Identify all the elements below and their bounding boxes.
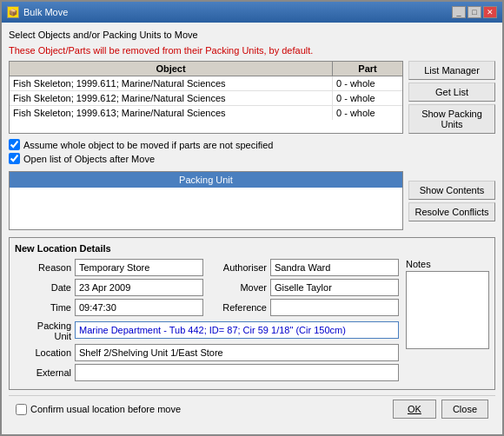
confirm-checkbox-row: Confirm usual location before move [16, 404, 181, 415]
right-buttons-top: List Manager Get List Show Packing Units [408, 61, 495, 134]
external-input[interactable] [75, 364, 399, 381]
mover-row: Mover [210, 279, 399, 296]
footer-left: Confirm usual location before move [16, 404, 388, 415]
reference-col: Reference [210, 299, 399, 319]
title-bar-controls: _ □ ✕ [452, 6, 497, 18]
packing-unit-rows [10, 188, 402, 229]
time-input[interactable] [75, 299, 203, 316]
mover-label: Mover [210, 282, 267, 293]
confirm-location-checkbox[interactable] [16, 404, 27, 415]
table-row[interactable]: Fish Skeleton; 1999.612; Marine/Natural … [10, 91, 402, 106]
main-content: Select Objects and/or Packing Units to M… [2, 23, 502, 434]
form-inner: Reason Authoriser [15, 259, 489, 384]
warning-text: These Object/Parts will be removed from … [9, 45, 495, 56]
col-object-header: Object [10, 62, 333, 76]
open-list-checkbox[interactable] [9, 153, 20, 164]
close-button[interactable]: Close [441, 400, 488, 419]
authoriser-col: Authoriser [210, 259, 399, 279]
footer: Confirm usual location before move OK Cl… [9, 395, 495, 422]
title-bar: 📦 Bulk Move _ □ ✕ [2, 2, 502, 23]
date-col: Date [15, 279, 203, 299]
cell-object-2: Fish Skeleton; 1999.612; Marine/Natural … [10, 91, 333, 105]
packing-unit-header: Packing Unit [10, 172, 402, 188]
new-location-section: New Location Details Reason A [9, 237, 495, 390]
reference-input[interactable] [270, 299, 399, 316]
objects-area: Object Part Fish Skeleton; 1999.611; Mar… [9, 61, 495, 134]
date-row: Date [15, 279, 203, 296]
date-label: Date [15, 282, 71, 293]
external-row: External [15, 364, 399, 381]
notes-label: Notes [406, 259, 431, 269]
row-date-mover: Date Mover [15, 279, 399, 299]
ok-button[interactable]: OK [393, 400, 436, 419]
bulk-move-window: 📦 Bulk Move _ □ ✕ Select Objects and/or … [0, 0, 504, 436]
external-label: External [15, 367, 71, 378]
location-row: Location [15, 344, 399, 361]
packing-unit-area: Packing Unit Show Contents Resolve Confl… [9, 171, 495, 230]
authoriser-label: Authoriser [210, 262, 267, 273]
cell-part-1: 0 - whole [333, 76, 402, 90]
title-bar-left: 📦 Bulk Move [7, 6, 68, 18]
reference-row: Reference [210, 299, 399, 316]
new-location-title: New Location Details [15, 243, 489, 254]
window-close-button[interactable]: ✕ [483, 6, 497, 18]
show-contents-button[interactable]: Show Contents [408, 181, 495, 200]
cell-part-2: 0 - whole [333, 91, 402, 105]
list-manager-button[interactable]: List Manager [408, 61, 495, 80]
time-label: Time [15, 302, 71, 313]
instruction-text: Select Objects and/or Packing Units to M… [9, 30, 495, 40]
time-col: Time [15, 299, 203, 319]
table-header: Object Part [10, 62, 402, 76]
location-input[interactable] [75, 344, 399, 361]
row-time-reference: Time Reference [15, 299, 399, 319]
table-row[interactable]: Fish Skeleton; 1999.611; Marine/Natural … [10, 76, 402, 91]
checkboxes-area: Assume whole object to be moved if parts… [9, 139, 495, 164]
time-row: Time [15, 299, 203, 316]
reason-row: Reason [15, 259, 203, 276]
packing-unit-table: Packing Unit [9, 171, 403, 230]
window-title: Bulk Move [23, 7, 68, 17]
open-list-label: Open list of Objects after Move [23, 154, 155, 164]
reason-col: Reason [15, 259, 203, 279]
show-packing-units-button[interactable]: Show Packing Units [408, 104, 495, 134]
packing-unit-input[interactable] [75, 321, 399, 339]
date-input[interactable] [75, 279, 203, 296]
form-right: Notes [406, 259, 489, 384]
cell-object-3: Fish Skeleton; 1999.613; Marine/Natural … [10, 106, 333, 120]
get-list-button[interactable]: Get List [408, 83, 495, 102]
row-reason-authoriser: Reason Authoriser [15, 259, 399, 279]
mover-input[interactable] [270, 279, 399, 296]
right-buttons-packing: Show Contents Resolve Conflicts [408, 171, 495, 230]
packing-unit-row: PackingUnit [15, 319, 399, 341]
mover-col: Mover [210, 279, 399, 299]
assume-whole-row: Assume whole object to be moved if parts… [9, 139, 495, 150]
minimize-button[interactable]: _ [452, 6, 466, 18]
confirm-location-label: Confirm usual location before move [30, 404, 181, 414]
assume-whole-checkbox[interactable] [9, 139, 20, 150]
maximize-button[interactable]: □ [468, 6, 481, 18]
authoriser-row: Authoriser [210, 259, 399, 276]
form-left: Reason Authoriser [15, 259, 399, 384]
reason-input[interactable] [75, 259, 203, 276]
window-icon: 📦 [7, 6, 19, 18]
authoriser-input[interactable] [270, 259, 399, 276]
reference-label: Reference [210, 302, 267, 313]
packing-unit-label: PackingUnit [15, 319, 71, 341]
objects-table: Object Part Fish Skeleton; 1999.611; Mar… [9, 61, 403, 134]
col-part-header: Part [333, 62, 402, 76]
table-row[interactable]: Fish Skeleton; 1999.613; Marine/Natural … [10, 106, 402, 120]
assume-whole-label: Assume whole object to be moved if parts… [23, 140, 273, 150]
cell-object-1: Fish Skeleton; 1999.611; Marine/Natural … [10, 76, 333, 90]
cell-part-3: 0 - whole [333, 106, 402, 120]
reason-label: Reason [15, 262, 71, 273]
location-label: Location [15, 347, 71, 358]
open-list-row: Open list of Objects after Move [9, 153, 495, 164]
resolve-conflicts-button[interactable]: Resolve Conflicts [408, 202, 495, 221]
notes-textarea[interactable] [406, 271, 489, 349]
